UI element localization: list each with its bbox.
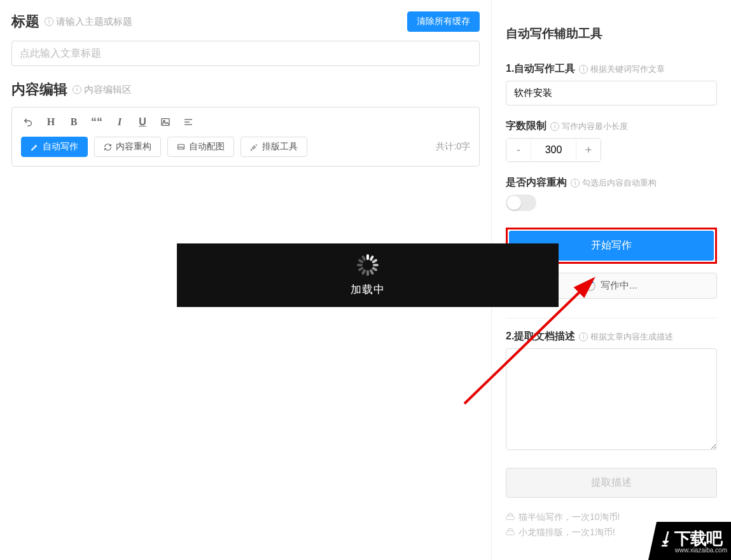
content-hint: i 内容编辑区 xyxy=(73,84,132,96)
info-icon: i xyxy=(579,332,588,341)
description-textarea[interactable] xyxy=(506,348,717,450)
bold-icon[interactable]: B xyxy=(67,115,81,129)
info-icon: i xyxy=(73,85,81,94)
restructure-toggle-label: 是否内容重构 i勾选后内容自动重构 xyxy=(506,176,717,189)
spinner-icon xyxy=(585,281,595,291)
align-icon[interactable] xyxy=(181,115,195,129)
image-icon[interactable] xyxy=(158,115,172,129)
panel-title: 自动写作辅助工具 xyxy=(506,25,717,42)
auto-write-button[interactable]: 自动写作 xyxy=(21,137,88,157)
info-icon: i xyxy=(550,122,559,131)
loading-text: 加载中 xyxy=(351,282,385,297)
download-icon: ⭳ xyxy=(657,530,673,547)
wordlimit-label: 字数限制 i写作内容最小长度 xyxy=(506,120,717,133)
extract-description-button[interactable]: 提取描述 xyxy=(506,468,717,498)
undo-icon[interactable] xyxy=(21,115,35,129)
cloud-icon xyxy=(506,530,515,535)
wordlimit-input[interactable] xyxy=(531,139,576,161)
section2-label: 2.提取文档描述 i根据文章内容生成描述 xyxy=(506,330,717,343)
svg-rect-0 xyxy=(162,119,169,126)
italic-icon[interactable]: I xyxy=(113,115,127,129)
underline-icon[interactable]: U xyxy=(136,115,150,129)
wordlimit-stepper: - + xyxy=(506,138,601,162)
title-input[interactable] xyxy=(11,41,480,66)
clear-cache-button[interactable]: 清除所有缓存 xyxy=(407,11,480,32)
spinner-icon xyxy=(357,254,379,276)
stepper-minus-button[interactable]: - xyxy=(506,139,531,161)
info-icon: i xyxy=(579,65,588,74)
credit-note-1: 猫半仙写作，一次10淘币! xyxy=(506,512,717,523)
keyword-input[interactable] xyxy=(506,81,717,106)
section1-label: 1.自动写作工具 i根据关键词写作文章 xyxy=(506,62,717,76)
auto-image-button[interactable]: 自动配图 xyxy=(167,137,234,157)
title-hint: i 请输入主题或标题 xyxy=(45,16,132,28)
quote-icon[interactable]: ““ xyxy=(90,115,104,129)
editor-toolbar: H B ““ I U xyxy=(12,107,479,137)
word-count: 共计:0字 xyxy=(436,141,470,153)
stepper-plus-button[interactable]: + xyxy=(576,139,601,161)
watermark-logo: ⭳下载吧 www.xiazaiba.com xyxy=(648,522,731,560)
cloud-icon xyxy=(506,515,515,520)
editor-box: H B ““ I U 自动写作 内容重构 xyxy=(11,107,480,167)
info-icon: i xyxy=(45,17,53,26)
loading-overlay: 加载中 xyxy=(177,243,559,307)
content-heading: 内容编辑 xyxy=(11,80,67,99)
heading-icon[interactable]: H xyxy=(44,115,58,129)
title-heading: 标题 xyxy=(11,12,39,31)
restructure-toggle[interactable] xyxy=(506,195,536,211)
layout-tool-button[interactable]: 排版工具 xyxy=(240,137,307,157)
restructure-button[interactable]: 内容重构 xyxy=(94,137,161,157)
info-icon: i xyxy=(571,179,580,188)
